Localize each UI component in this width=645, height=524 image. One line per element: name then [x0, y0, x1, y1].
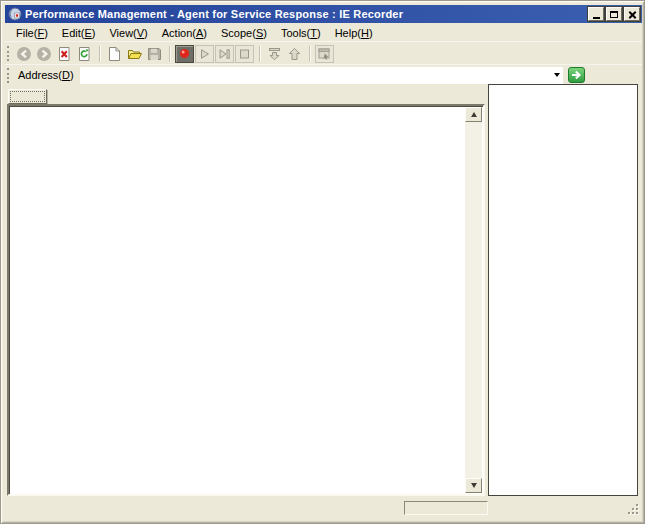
- app-icon[interactable]: [8, 7, 22, 21]
- stop-page-icon: [56, 46, 73, 62]
- scrollbar-track[interactable]: [465, 122, 482, 478]
- tab-focus-rect: [10, 91, 45, 102]
- move-down-icon: [266, 46, 283, 62]
- toolbar-separator: [169, 46, 171, 62]
- step-icon: [216, 46, 233, 62]
- menu-view[interactable]: View(V): [102, 26, 154, 40]
- menu-scope-label-end: ): [263, 27, 267, 39]
- forward-button[interactable]: [35, 45, 54, 63]
- menu-action-label: Action(: [162, 27, 196, 39]
- vertical-scrollbar[interactable]: [465, 107, 482, 493]
- main-content-panel: [7, 104, 485, 496]
- address-combobox: [80, 67, 563, 84]
- menu-action[interactable]: Action(A): [155, 26, 214, 40]
- menu-help[interactable]: Help(H): [328, 26, 380, 40]
- window-controls: [588, 7, 640, 21]
- stop-recording-button[interactable]: [235, 45, 254, 63]
- stop-icon: [236, 46, 253, 62]
- address-label-text: Address(: [18, 69, 62, 81]
- stop-navigation-button[interactable]: [55, 45, 74, 63]
- save-icon: [146, 46, 163, 62]
- menu-view-hotkey: V: [137, 27, 144, 39]
- address-label-hotkey: D: [62, 69, 70, 81]
- close-button[interactable]: [624, 7, 640, 21]
- menu-help-hotkey: H: [361, 27, 369, 39]
- scroll-up-icon: [471, 112, 477, 117]
- save-button[interactable]: [145, 45, 164, 63]
- menu-file-label-end: ): [44, 27, 48, 39]
- move-up-button[interactable]: [285, 45, 304, 63]
- refresh-page-icon: [76, 46, 93, 62]
- side-panel: [488, 84, 638, 496]
- back-icon: [16, 46, 33, 62]
- move-up-icon: [286, 46, 303, 62]
- resize-grip[interactable]: [628, 504, 640, 516]
- go-arrow-icon: [571, 68, 582, 83]
- addressbar-spacer: [585, 75, 642, 76]
- play-button[interactable]: [195, 45, 214, 63]
- new-page-icon: [106, 46, 123, 62]
- record-icon: [176, 46, 193, 62]
- record-button[interactable]: [175, 45, 194, 63]
- move-down-button[interactable]: [265, 45, 284, 63]
- close-icon: [628, 10, 637, 19]
- menu-file-label: File(: [16, 27, 37, 39]
- play-icon: [196, 46, 213, 62]
- addressbar: Address(D): [5, 64, 642, 85]
- address-label-end: ): [70, 69, 74, 81]
- open-folder-icon: [126, 46, 143, 62]
- menu-action-label-end: ): [203, 27, 207, 39]
- menu-help-label: Help(: [335, 27, 361, 39]
- new-document-button[interactable]: [105, 45, 124, 63]
- status-field: [404, 501, 488, 515]
- addressbar-grip[interactable]: [7, 68, 10, 83]
- menu-view-label-end: ): [144, 27, 148, 39]
- address-input[interactable]: [80, 68, 551, 83]
- back-button[interactable]: [15, 45, 34, 63]
- menu-view-label: View(: [109, 27, 136, 39]
- menu-tools-label-end: ): [317, 27, 321, 39]
- menu-edit[interactable]: Edit(E): [55, 26, 103, 40]
- menu-edit-label-end: ): [92, 27, 96, 39]
- toolbar-separator: [309, 46, 311, 62]
- menu-edit-label: Edit(: [62, 27, 85, 39]
- refresh-button[interactable]: [75, 45, 94, 63]
- toolbar-grip[interactable]: [7, 46, 10, 61]
- go-button[interactable]: [568, 67, 585, 83]
- menu-scope[interactable]: Scope(S): [214, 26, 274, 40]
- toolbar-separator: [99, 46, 101, 62]
- scroll-down-button[interactable]: [465, 478, 482, 493]
- maximize-icon: [610, 11, 618, 18]
- capture-icon: [316, 46, 333, 62]
- toolbar: [5, 43, 642, 64]
- statusbar: [5, 499, 642, 517]
- scroll-down-icon: [471, 483, 477, 488]
- minimize-button[interactable]: [588, 7, 604, 21]
- content-tab-button[interactable]: [8, 89, 47, 104]
- menubar: File(F) Edit(E) View(V) Action(A) Scope(…: [5, 25, 642, 42]
- open-button[interactable]: [125, 45, 144, 63]
- minimize-icon: [593, 17, 600, 19]
- chevron-down-icon: [554, 73, 560, 77]
- menu-file[interactable]: File(F): [9, 26, 55, 40]
- step-button[interactable]: [215, 45, 234, 63]
- address-dropdown-button[interactable]: [551, 67, 563, 84]
- forward-icon: [36, 46, 53, 62]
- titlebar: Performance Management - Agent for Servi…: [5, 5, 642, 23]
- scroll-up-button[interactable]: [465, 107, 482, 122]
- toolbar-separator: [259, 46, 261, 62]
- maximize-button[interactable]: [606, 7, 622, 21]
- menu-tools-hotkey: T: [310, 27, 317, 39]
- address-label: Address(D): [18, 69, 74, 81]
- menu-scope-label: Scope(: [221, 27, 256, 39]
- menu-help-label-end: ): [369, 27, 373, 39]
- window-title: Performance Management - Agent for Servi…: [25, 8, 588, 20]
- app-window: Performance Management - Agent for Servi…: [0, 0, 645, 524]
- capture-button[interactable]: [315, 45, 334, 63]
- menu-tools-label: Tools(: [281, 27, 310, 39]
- menu-edit-hotkey: E: [84, 27, 91, 39]
- menu-tools[interactable]: Tools(T): [274, 26, 328, 40]
